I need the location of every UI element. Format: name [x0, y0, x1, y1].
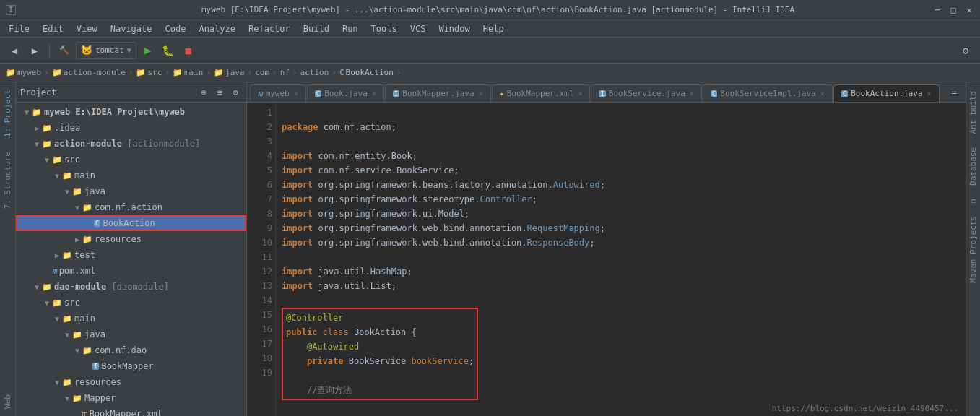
menu-window[interactable]: Window	[433, 22, 475, 35]
bc-action-module[interactable]: action-module	[64, 68, 126, 77]
right-tab-maven[interactable]: Maven Projects	[966, 210, 980, 289]
web-tab[interactable]: Web	[1, 390, 14, 413]
right-panel-tabs: Ant build Database n Maven Projects	[966, 82, 980, 416]
tree-arrow-src: ▼	[42, 156, 52, 164]
menu-tools[interactable]: Tools	[365, 22, 403, 35]
tree-main[interactable]: ▼ 📁 main	[16, 168, 246, 183]
stop-button[interactable]: ■	[180, 42, 197, 59]
tree-dao-main[interactable]: ▼ 📁 main	[16, 311, 246, 326]
tree-bookmapper-xml[interactable]: ◫ BookMapper.xml	[16, 406, 246, 416]
run-button[interactable]: ▶	[139, 42, 157, 59]
tab-label-bookservicejava: BookService.java	[609, 89, 685, 98]
tree-idea[interactable]: ▶ 📁 .idea	[16, 120, 246, 136]
tab-close-bookmapperjava[interactable]: ✕	[479, 90, 483, 98]
tab-label-bookmapperjava: BookMapper.java	[402, 89, 474, 98]
tree-myweb-label: myweb E:\IDEA Project\myweb	[44, 107, 185, 117]
tab-close-bookmapperxml[interactable]: ✕	[578, 90, 582, 98]
tree-dao-java[interactable]: ▼ 📁 java	[16, 326, 246, 342]
bc-com[interactable]: com	[255, 68, 269, 77]
tree-com-nf-action[interactable]: ▼ 📁 com.nf.action	[16, 199, 246, 215]
menu-help[interactable]: Help	[477, 22, 510, 35]
toolbar-forward-button[interactable]: ▶	[26, 42, 43, 59]
tree-arrow-action: ▼	[32, 140, 42, 148]
tree-resources[interactable]: ▶ 📁 resources	[16, 231, 246, 247]
tree-dao-src-label: src	[64, 298, 80, 308]
tree-bookmapper[interactable]: I BookMapper	[16, 358, 246, 374]
tree-java[interactable]: ▼ 📁 java	[16, 183, 246, 199]
bc-myweb[interactable]: myweb	[17, 68, 41, 77]
tree-src-label: src	[64, 155, 80, 165]
tree-arrow-main: ▼	[52, 172, 62, 180]
right-tab-ant-build[interactable]: Ant build	[966, 85, 980, 140]
tab-close-bookactionjava[interactable]: ✕	[927, 90, 932, 98]
folder-icon-dao-resources: 📁	[62, 378, 72, 387]
toolbar-build-button[interactable]: 🔨	[56, 42, 73, 59]
debug-button[interactable]: 🐛	[160, 42, 177, 59]
bottom-status: https://blog.csdn.net/weizin_4490457...	[772, 404, 958, 413]
menu-run[interactable]: Run	[337, 22, 364, 35]
menu-view[interactable]: View	[71, 22, 103, 35]
folder-icon-dao-module: 📁	[42, 282, 52, 292]
tree-pom[interactable]: m pom.xml	[16, 263, 246, 279]
bc-nf[interactable]: nf	[280, 68, 290, 77]
tab-bookservicejava[interactable]: I BookService.java ✕	[591, 84, 701, 102]
tree-settings-button[interactable]: ⚙	[229, 86, 242, 99]
tab-label-bookjava: Book.java	[324, 89, 368, 98]
tree-sync-button[interactable]: ⊕	[197, 86, 210, 99]
tab-bookactionjava[interactable]: C BookAction.java ✕	[833, 84, 940, 102]
tab-close-bookserviceimpljava[interactable]: ✕	[820, 90, 825, 98]
menu-edit[interactable]: Edit	[37, 22, 69, 35]
tree-com-nf-dao[interactable]: ▼ 📁 com.nf.dao	[16, 342, 246, 358]
tree-dao-module[interactable]: ▼ 📁 dao-module [daomodule]	[16, 279, 246, 295]
tree-collapse-button[interactable]: ≡	[213, 86, 226, 99]
tab-close-bookservicejava[interactable]: ✕	[690, 90, 694, 98]
tree-dao-resources[interactable]: ▼ 📁 resources	[16, 374, 246, 390]
folder-icon-src: 📁	[52, 155, 62, 165]
close-button[interactable]: ✕	[964, 5, 974, 15]
code-area: 12345 678910 1112131415 16171819 package…	[247, 103, 966, 416]
menu-vcs[interactable]: VCS	[404, 22, 432, 35]
xml-icon-bookmapper: ◫	[82, 410, 87, 417]
toolbar-back-button[interactable]: ◀	[6, 42, 23, 59]
tree-src[interactable]: ▼ 📁 src	[16, 152, 246, 168]
right-tab-n[interactable]: n	[966, 193, 980, 209]
bc-src[interactable]: src	[147, 68, 162, 77]
bc-bookaction[interactable]: BookAction	[346, 68, 394, 77]
tree-test[interactable]: ▶ 📁 test	[16, 247, 246, 263]
tab-bookmapperxml[interactable]: ✦ BookMapper.xml ✕	[492, 84, 591, 102]
bc-main[interactable]: main	[184, 68, 204, 77]
tree-arrow-dao: ▼	[32, 283, 42, 291]
settings-button[interactable]: ⚙	[957, 42, 974, 59]
menu-refactor[interactable]: Refactor	[243, 22, 296, 35]
menu-build[interactable]: Build	[298, 22, 335, 35]
right-tab-database[interactable]: Database	[966, 142, 980, 191]
tab-bookserviceimpljava[interactable]: C BookServiceImpl.java ✕	[703, 84, 833, 102]
tab-myweb[interactable]: m myweb ✕	[250, 84, 306, 102]
menu-analyze[interactable]: Analyze	[193, 22, 241, 35]
tree-dao-src[interactable]: ▼ 📁 src	[16, 295, 246, 311]
tree-bookaction[interactable]: C BookAction	[16, 215, 246, 231]
menu-file[interactable]: File	[3, 22, 35, 35]
code-content[interactable]: package com.nf.action; import com.nf.ent…	[276, 103, 966, 416]
folder-icon-test: 📁	[62, 251, 72, 260]
menu-code[interactable]: Code	[160, 22, 192, 35]
bc-action[interactable]: action	[300, 68, 329, 77]
tab-bookmapperjava[interactable]: I BookMapper.java ✕	[385, 84, 491, 102]
menu-navigate[interactable]: Navigate	[105, 22, 158, 35]
structure-tab[interactable]: 7: Structure	[1, 147, 14, 213]
tab-bookjava[interactable]: C Book.java ✕	[307, 84, 384, 102]
tab-settings-button[interactable]: ≡	[945, 84, 963, 102]
project-tab[interactable]: 1: Project	[1, 85, 14, 142]
tab-icon-myweb: m	[258, 89, 263, 98]
tree-test-label: test	[74, 250, 95, 260]
tree-action-module[interactable]: ▼ 📁 action-module [actionmodule]	[16, 136, 246, 152]
tab-close-bookjava[interactable]: ✕	[372, 90, 376, 98]
tree-mapper-folder[interactable]: ▼ 📁 Mapper	[16, 390, 246, 406]
maximize-button[interactable]: □	[948, 5, 958, 15]
tree-myweb[interactable]: ▼ 📁 myweb E:\IDEA Project\myweb	[16, 104, 246, 120]
project-icon: 📁	[6, 68, 16, 77]
tab-close-myweb[interactable]: ✕	[294, 90, 298, 98]
toolbar-run-config[interactable]: 🐱 tomcat ▼	[76, 42, 136, 59]
minimize-button[interactable]: ─	[932, 5, 942, 15]
bc-java[interactable]: java	[225, 68, 245, 77]
